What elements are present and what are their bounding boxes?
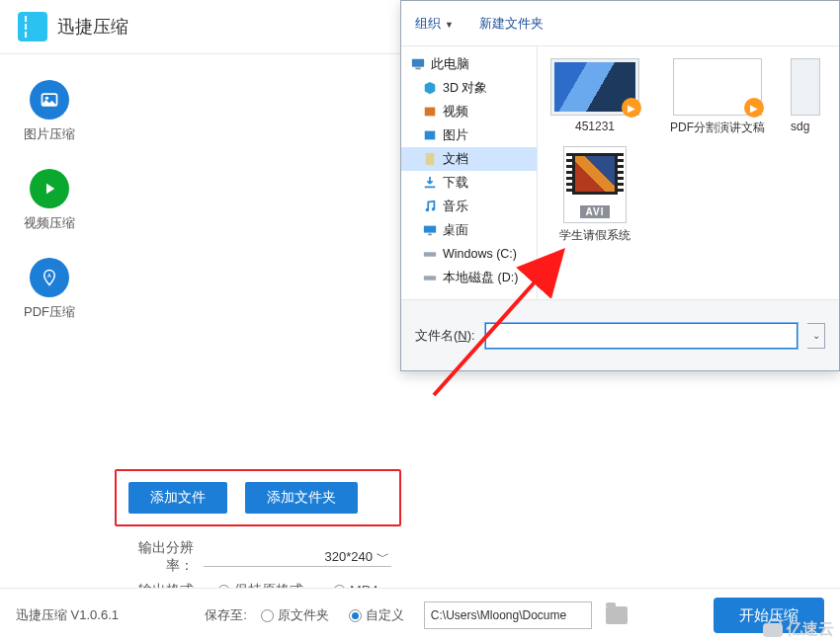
version-text: 迅捷压缩 V1.0.6.1 <box>16 606 119 624</box>
resolution-label: 输出分辨率： <box>115 539 194 575</box>
sidebar-item-label: PDF压缩 <box>24 303 75 321</box>
tree-item-drive-c[interactable]: Windows (C:) <box>401 242 537 266</box>
tree-item-downloads[interactable]: 下载 <box>401 171 537 195</box>
desktop-icon <box>423 223 437 237</box>
play-badge-icon: ▶ <box>744 98 764 118</box>
app-title: 迅捷压缩 <box>57 15 128 39</box>
file-open-dialog: 组织▼ 新建文件夹 此电脑 3D 对象 视频 图片 文档 下载 音乐 桌面 Wi… <box>400 0 840 371</box>
save-to-label: 保存至: <box>205 606 247 624</box>
drive-icon <box>423 247 437 261</box>
option-resolution-row: 输出分辨率： 320*240 ﹀ <box>115 540 824 574</box>
filename-label: 文件名(N): <box>415 327 475 345</box>
svg-rect-13 <box>424 252 436 256</box>
file-name: 学生请假系统 <box>559 227 630 244</box>
svg-rect-11 <box>424 226 436 233</box>
dialog-footer: 文件名(N): ⌄ <box>401 299 839 370</box>
watermark: 亿速云 <box>763 619 834 640</box>
file-item[interactable]: sdg <box>791 58 820 136</box>
radio-icon <box>261 609 274 622</box>
play-badge-icon: ▶ <box>622 98 641 118</box>
svg-text:A: A <box>47 273 51 279</box>
pc-icon <box>411 57 425 71</box>
chevron-down-icon: ﹀ <box>377 548 389 566</box>
doc-icon <box>423 152 437 166</box>
tree-item-drive-d[interactable]: 本地磁盘 (D:) <box>401 266 537 289</box>
folder-tree: 此电脑 3D 对象 视频 图片 文档 下载 音乐 桌面 Windows (C:)… <box>401 46 538 299</box>
footer-bar: 迅捷压缩 V1.0.6.1 保存至: 原文件夹 自定义 C:\Users\Mlo… <box>0 588 840 642</box>
add-buttons-highlight: 添加文件 添加文件夹 <box>115 469 401 526</box>
triangle-down-icon: ▼ <box>445 20 454 30</box>
dialog-body: 此电脑 3D 对象 视频 图片 文档 下载 音乐 桌面 Windows (C:)… <box>401 46 839 299</box>
sidebar-item-label: 图片压缩 <box>24 125 75 143</box>
organize-menu[interactable]: 组织▼ <box>415 15 454 33</box>
resolution-select[interactable]: 320*240 ﹀ <box>204 548 391 567</box>
svg-rect-7 <box>425 131 436 140</box>
svg-rect-8 <box>426 153 435 165</box>
radio-checked-icon <box>349 609 362 622</box>
sidebar: 图片压缩 视频压缩 A PDF压缩 <box>0 54 99 588</box>
pdf-icon: A <box>30 258 69 297</box>
tree-item-this-pc[interactable]: 此电脑 <box>401 52 537 76</box>
sidebar-item-pdf-compress[interactable]: A PDF压缩 <box>24 258 75 321</box>
file-item[interactable]: ▶ PDF分割演讲文稿 <box>668 58 767 136</box>
file-name: 451231 <box>575 120 615 133</box>
tree-item-documents[interactable]: 文档 <box>401 147 537 171</box>
avi-thumbnail-icon: AVI <box>563 146 627 223</box>
file-name: sdg <box>791 120 809 133</box>
svg-rect-5 <box>415 68 420 70</box>
file-name: PDF分割演讲文稿 <box>670 120 765 136</box>
new-folder-button[interactable]: 新建文件夹 <box>479 15 544 33</box>
sidebar-item-image-compress[interactable]: 图片压缩 <box>24 80 75 143</box>
dialog-toolbar: 组织▼ 新建文件夹 <box>401 1 839 46</box>
svg-rect-6 <box>425 108 436 117</box>
app-logo-icon <box>18 12 47 41</box>
save-custom-radio[interactable]: 自定义 <box>349 606 404 624</box>
tree-item-videos[interactable]: 视频 <box>401 100 537 123</box>
music-icon <box>423 200 437 213</box>
save-src-radio[interactable]: 原文件夹 <box>261 606 329 624</box>
video-thumbnail-icon: ▶ <box>673 58 762 116</box>
film-icon <box>423 105 437 119</box>
svg-point-9 <box>426 208 430 212</box>
cloud-icon <box>763 623 783 637</box>
svg-point-2 <box>45 97 48 100</box>
tree-item-music[interactable]: 音乐 <box>401 195 537 218</box>
svg-point-10 <box>432 207 436 211</box>
video-thumbnail-icon <box>791 58 820 116</box>
filename-input[interactable] <box>485 323 798 349</box>
filename-dropdown-icon[interactable]: ⌄ <box>807 323 825 349</box>
sidebar-item-label: 视频压缩 <box>24 214 75 232</box>
sidebar-item-video-compress[interactable]: 视频压缩 <box>24 169 75 232</box>
browse-folder-icon[interactable] <box>606 606 628 624</box>
play-icon <box>30 169 69 208</box>
download-icon <box>423 176 437 190</box>
file-list: ▶ 451231 ▶ PDF分割演讲文稿 sdg AVI 学生请假系统 <box>538 46 839 299</box>
svg-rect-14 <box>424 276 436 280</box>
save-path-input[interactable]: C:\Users\Mloong\Docume <box>424 602 592 629</box>
file-item[interactable]: ▶ 451231 <box>546 58 644 136</box>
tree-item-3d[interactable]: 3D 对象 <box>401 76 537 100</box>
tree-item-pictures[interactable]: 图片 <box>401 123 537 147</box>
resolution-value: 320*240 <box>325 549 373 564</box>
cube-icon <box>423 81 437 95</box>
video-thumbnail-icon: ▶ <box>550 58 639 116</box>
add-file-button[interactable]: 添加文件 <box>128 482 227 514</box>
picture-icon <box>423 128 437 142</box>
tree-item-desktop[interactable]: 桌面 <box>401 218 537 242</box>
svg-rect-12 <box>428 234 432 236</box>
drive-icon <box>423 271 437 284</box>
add-folder-button[interactable]: 添加文件夹 <box>245 482 358 514</box>
image-icon <box>30 80 69 120</box>
svg-rect-4 <box>412 59 424 67</box>
file-item[interactable]: AVI 学生请假系统 <box>546 146 644 244</box>
